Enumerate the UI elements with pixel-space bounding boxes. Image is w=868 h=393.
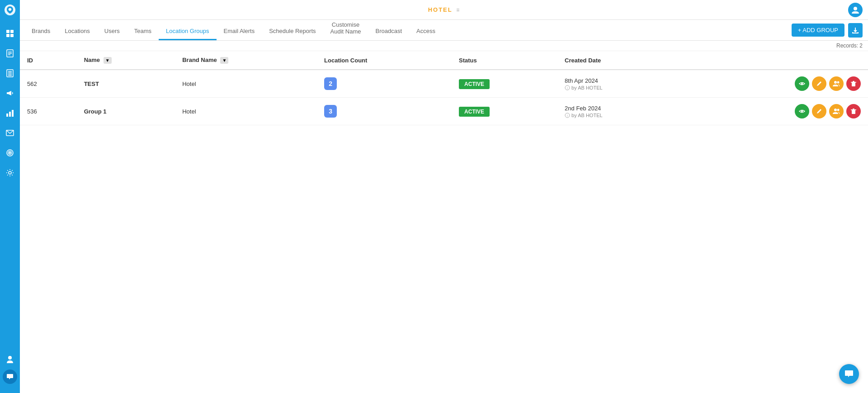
svg-point-33	[801, 110, 803, 112]
svg-rect-5	[10, 34, 14, 37]
col-name: Name ▼	[77, 51, 175, 70]
tab-email-alerts[interactable]: Email Alerts	[217, 28, 262, 40]
brand-sort-button[interactable]: ▼	[220, 57, 228, 64]
chat-sidebar-button[interactable]	[3, 369, 17, 384]
svg-rect-37	[853, 109, 854, 109]
cell-actions	[679, 70, 868, 98]
topbar-logo: HOTEL ≡	[428, 6, 460, 13]
svg-point-27	[834, 81, 837, 84]
col-brand-name: Brand Name ▼	[175, 51, 317, 70]
svg-rect-2	[6, 30, 9, 33]
nav-tabs: Brands Locations Users Teams Location Gr…	[20, 20, 868, 41]
tab-schedule-reports[interactable]: Schedule Reports	[262, 28, 323, 40]
col-location-count: Location Count	[317, 51, 452, 70]
cell-id: 562	[20, 70, 77, 98]
name-sort-button[interactable]: ▼	[104, 57, 112, 64]
tab-broadcast[interactable]: Broadcast	[368, 28, 410, 40]
created-date-text: 8th Apr 2024	[565, 77, 672, 84]
sidebar-logo	[0, 0, 20, 20]
sidebar-item-chart[interactable]	[0, 103, 20, 123]
delete-button[interactable]	[846, 76, 861, 91]
topbar: HOTEL ≡	[20, 0, 868, 20]
view-button[interactable]	[795, 76, 809, 91]
sidebar-item-list[interactable]	[0, 63, 20, 83]
cell-created-date: 2nd Feb 2024 i by AB HOTEL	[557, 98, 679, 125]
edit-button[interactable]	[812, 104, 826, 118]
cell-brand-name: Hotel	[175, 70, 317, 98]
table-row: 562 TEST Hotel 2 ACTIVE 8th Apr 2024 i b…	[20, 70, 868, 98]
svg-text:i: i	[567, 114, 568, 117]
sidebar-bottom	[0, 350, 20, 393]
svg-point-35	[837, 109, 840, 111]
view-button[interactable]	[795, 104, 809, 118]
svg-point-21	[9, 152, 11, 154]
svg-rect-3	[10, 30, 14, 33]
col-created-date: Created Date	[557, 51, 679, 70]
tab-users[interactable]: Users	[97, 28, 127, 40]
svg-text:i: i	[567, 86, 568, 90]
cell-created-date: 8th Apr 2024 i by AB HOTEL	[557, 70, 679, 98]
cell-status: ACTIVE	[452, 70, 557, 98]
svg-rect-15	[6, 114, 8, 117]
user-avatar[interactable]	[848, 3, 863, 17]
table-row: 536 Group 1 Hotel 3 ACTIVE 2nd Feb 2024 …	[20, 98, 868, 125]
svg-rect-17	[12, 110, 14, 117]
add-group-button[interactable]: + ADD GROUP	[792, 24, 844, 37]
cell-id: 536	[20, 98, 77, 125]
sidebar-item-envelope[interactable]	[0, 123, 20, 143]
status-badge: ACTIVE	[459, 79, 490, 89]
svg-point-23	[854, 7, 857, 10]
location-count-badge: 2	[324, 77, 337, 90]
sidebar-item-megaphone[interactable]	[0, 83, 20, 103]
status-badge: ACTIVE	[459, 107, 490, 117]
tab-teams[interactable]: Teams	[127, 28, 159, 40]
svg-rect-30	[853, 81, 854, 82]
sidebar-item-document[interactable]	[0, 43, 20, 63]
chat-button[interactable]	[839, 364, 859, 384]
row-actions	[687, 104, 861, 118]
svg-rect-4	[6, 34, 9, 37]
row-actions	[687, 76, 861, 91]
sidebar-item-target[interactable]	[0, 143, 20, 163]
cell-location-count: 2	[317, 70, 452, 98]
records-count: Records: 2	[836, 43, 863, 49]
tab-brands[interactable]: Brands	[24, 28, 57, 40]
cell-brand-name: Hotel	[175, 98, 317, 125]
col-id: ID	[20, 51, 77, 70]
tab-customise-audit-name[interactable]: Customise Audit Name	[323, 21, 368, 40]
cell-actions	[679, 98, 868, 125]
cell-name: Group 1	[77, 98, 175, 125]
tab-access[interactable]: Access	[409, 28, 443, 40]
table-body: 562 TEST Hotel 2 ACTIVE 8th Apr 2024 i b…	[20, 70, 868, 125]
svg-point-22	[8, 356, 12, 360]
svg-rect-16	[9, 112, 11, 117]
download-button[interactable]	[848, 23, 863, 38]
tab-location-groups[interactable]: Location Groups	[159, 28, 216, 40]
records-bar: Records: 2	[20, 41, 868, 51]
nav-actions: + ADD GROUP	[792, 23, 863, 38]
sidebar	[0, 0, 20, 393]
svg-point-28	[837, 81, 840, 84]
sidebar-item-gear[interactable]	[0, 163, 20, 183]
delete-button[interactable]	[846, 104, 861, 118]
location-count-badge: 3	[324, 105, 337, 118]
sidebar-item-grid[interactable]	[0, 24, 20, 43]
col-status: Status	[452, 51, 557, 70]
table-container: ID Name ▼ Brand Name ▼ Location Count St	[20, 51, 868, 393]
svg-point-26	[801, 83, 803, 85]
cell-name: TEST	[77, 70, 175, 98]
location-groups-table: ID Name ▼ Brand Name ▼ Location Count St	[20, 51, 868, 125]
users-button[interactable]	[829, 104, 844, 118]
tab-locations[interactable]: Locations	[57, 28, 97, 40]
cell-location-count: 3	[317, 98, 452, 125]
table-header-row: ID Name ▼ Brand Name ▼ Location Count St	[20, 51, 868, 70]
main-content: HOTEL ≡ Brands Locations Users Teams Loc…	[20, 0, 868, 393]
svg-point-34	[834, 109, 837, 111]
users-button[interactable]	[829, 76, 844, 91]
created-by-text: i by AB HOTEL	[565, 113, 672, 118]
sidebar-item-person[interactable]	[0, 350, 20, 369]
edit-button[interactable]	[812, 76, 826, 91]
sidebar-navigation	[0, 24, 20, 183]
col-actions	[679, 51, 868, 70]
cell-status: ACTIVE	[452, 98, 557, 125]
